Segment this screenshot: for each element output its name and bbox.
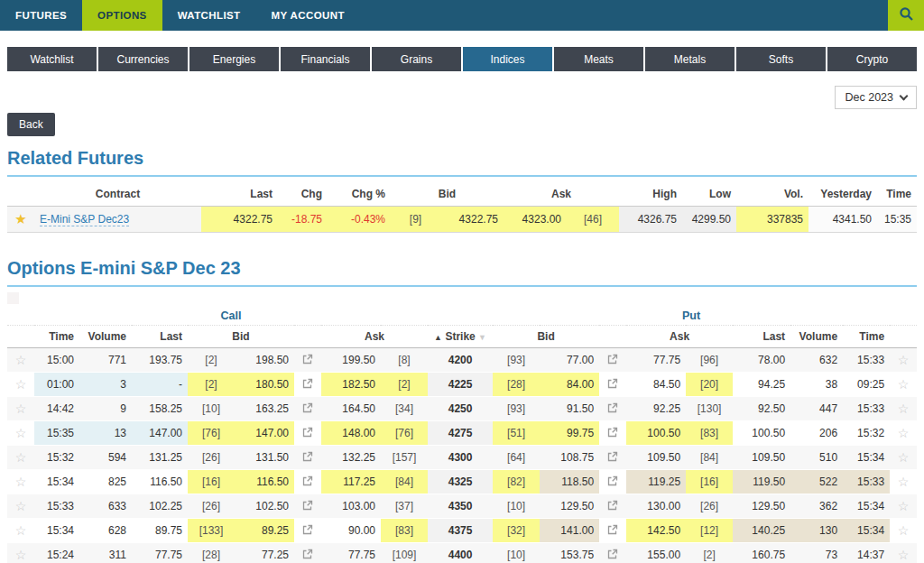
call-trade-link-icon[interactable] <box>294 519 321 543</box>
call-last-cell: 89.75 <box>132 519 188 543</box>
favorite-star-icon[interactable]: ☆ <box>15 499 27 513</box>
tab-meats[interactable]: Meats <box>554 47 643 71</box>
put-bid-cell: 141.00 <box>540 519 599 543</box>
call-trade-link-icon[interactable] <box>294 348 321 373</box>
header-call-bid[interactable]: Bid <box>188 326 294 348</box>
call-trade-link-icon[interactable] <box>294 543 321 563</box>
header-strike[interactable]: ▲ Strike ▼ <box>428 326 493 348</box>
tab-financials[interactable]: Financials <box>281 47 370 71</box>
chg-cell: -18.75 <box>278 207 328 233</box>
header-put-ask[interactable]: Ask <box>626 326 733 348</box>
nav-item-options[interactable]: OPTIONS <box>82 0 162 31</box>
call-bid-cell: 77.25 <box>235 543 294 563</box>
nav-item-watchlist[interactable]: WATCHLIST <box>162 0 256 31</box>
put-ask-size-cell: [26] <box>686 494 733 519</box>
put-trade-link-icon[interactable] <box>599 348 626 373</box>
favorite-star-icon[interactable]: ☆ <box>898 426 910 440</box>
put-ask-size-cell: [130] <box>686 397 733 421</box>
call-volume-cell: 3 <box>79 373 132 397</box>
header-yesterday: Yesterday <box>808 182 877 207</box>
contract-link[interactable]: E-Mini S&P Dec23 <box>40 213 129 226</box>
favorite-star-icon[interactable]: ☆ <box>898 377 910 392</box>
strike-cell: 4350 <box>428 494 493 519</box>
favorite-star-icon[interactable]: ☆ <box>898 353 910 367</box>
tab-energies[interactable]: Energies <box>189 47 279 71</box>
tab-indices[interactable]: Indices <box>463 47 552 71</box>
nav-item-my-account[interactable]: MY ACCOUNT <box>256 0 360 31</box>
contract-month-dropdown[interactable]: Dec 2023 <box>835 86 917 109</box>
favorite-star-icon[interactable]: ☆ <box>898 475 910 489</box>
put-ask-size-cell: [84] <box>686 446 733 470</box>
header-call-ask[interactable]: Ask <box>321 326 428 348</box>
call-bid-size-cell: [2] <box>188 348 235 373</box>
favorite-star-icon[interactable]: ☆ <box>898 499 910 513</box>
call-last-cell: 158.25 <box>132 397 188 421</box>
call-ask-size-cell: [84] <box>381 470 428 494</box>
bid-size-cell: [9] <box>391 207 440 233</box>
put-ask-cell: 109.50 <box>626 446 686 470</box>
options-legend-swatch <box>7 292 19 304</box>
high-cell: 4326.75 <box>619 207 682 233</box>
put-trade-link-icon[interactable] <box>599 543 626 563</box>
header-put-time[interactable]: Time <box>843 326 890 348</box>
put-trade-link-icon[interactable] <box>599 421 626 446</box>
tab-softs[interactable]: Softs <box>736 47 826 71</box>
call-time-cell: 01:00 <box>34 373 79 397</box>
call-trade-link-icon[interactable] <box>294 397 321 421</box>
favorite-star-icon[interactable]: ☆ <box>15 523 27 538</box>
put-last-cell: 92.50 <box>733 397 790 421</box>
put-volume-cell: 38 <box>790 373 843 397</box>
call-time-cell: 14:42 <box>34 397 79 421</box>
call-trade-link-icon[interactable] <box>294 470 321 494</box>
tab-crypto[interactable]: Crypto <box>827 47 917 71</box>
favorite-star-icon[interactable]: ☆ <box>898 523 910 538</box>
tab-watchlist[interactable]: Watchlist <box>7 47 97 71</box>
search-button[interactable] <box>888 0 924 31</box>
put-time-cell: 15:34 <box>843 494 890 519</box>
favorite-star-icon[interactable]: ☆ <box>15 548 27 562</box>
favorite-star-icon[interactable]: ★ <box>14 211 26 226</box>
back-button[interactable]: Back <box>7 113 55 136</box>
favorite-star-icon[interactable]: ☆ <box>15 377 27 392</box>
put-bid-size-cell: [93] <box>493 348 540 373</box>
favorite-star-icon[interactable]: ☆ <box>15 401 27 416</box>
nav-item-futures[interactable]: FUTURES <box>0 0 82 31</box>
option-row: ☆15:3462889.75[133]89.2590.00[83]4375[32… <box>7 519 917 543</box>
call-ask-size-cell: [2] <box>381 373 428 397</box>
call-trade-link-icon[interactable] <box>294 373 321 397</box>
sort-desc-icon[interactable]: ▼ <box>478 333 486 342</box>
put-trade-link-icon[interactable] <box>599 494 626 519</box>
favorite-star-icon[interactable]: ☆ <box>15 475 27 489</box>
header-call-volume[interactable]: Volume <box>79 326 132 348</box>
favorite-star-icon[interactable]: ☆ <box>15 450 27 465</box>
favorite-star-icon[interactable]: ☆ <box>15 426 27 440</box>
call-trade-link-icon[interactable] <box>294 494 321 519</box>
call-trade-link-icon[interactable] <box>294 421 321 446</box>
header-call-last[interactable]: Last <box>132 326 188 348</box>
sort-asc-icon[interactable]: ▲ <box>434 333 442 342</box>
favorite-star-icon[interactable]: ☆ <box>898 450 910 465</box>
put-trade-link-icon[interactable] <box>599 373 626 397</box>
header-put-bid[interactable]: Bid <box>493 326 599 348</box>
put-trade-link-icon[interactable] <box>599 470 626 494</box>
favorite-star-icon[interactable]: ☆ <box>15 353 27 367</box>
put-ask-cell: 92.25 <box>626 397 686 421</box>
favorite-star-icon[interactable]: ☆ <box>898 548 910 562</box>
header-call-time[interactable]: Time <box>34 326 79 348</box>
put-trade-link-icon[interactable] <box>599 519 626 543</box>
tab-grains[interactable]: Grains <box>372 47 461 71</box>
call-ask-size-cell: [8] <box>381 348 428 373</box>
put-time-cell: 15:34 <box>843 446 890 470</box>
header-put-last[interactable]: Last <box>733 326 790 348</box>
call-ask-cell: 90.00 <box>321 519 381 543</box>
put-ask-size-cell: [12] <box>686 519 733 543</box>
favorite-star-icon[interactable]: ☆ <box>898 401 910 416</box>
tab-metals[interactable]: Metals <box>645 47 735 71</box>
put-trade-link-icon[interactable] <box>599 397 626 421</box>
tab-currencies[interactable]: Currencies <box>98 47 188 71</box>
header-put-volume[interactable]: Volume <box>790 326 843 348</box>
call-trade-link-icon[interactable] <box>294 446 321 470</box>
call-ask-size-cell: [34] <box>381 397 428 421</box>
put-trade-link-icon[interactable] <box>599 446 626 470</box>
option-row: ☆15:33633102.25[26]102.50103.00[37]4350[… <box>7 494 917 519</box>
